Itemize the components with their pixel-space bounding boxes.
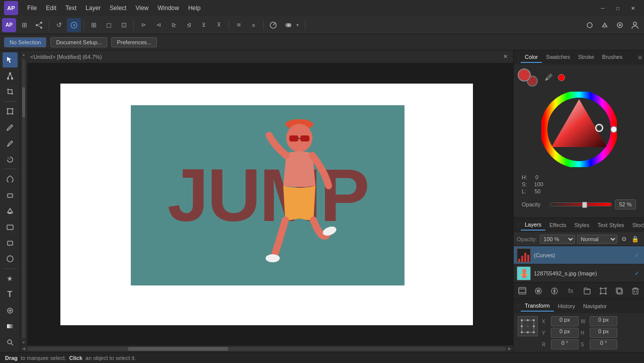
s-value[interactable]: 100 — [534, 181, 543, 187]
tab-text-styles[interactable]: Text Styles — [593, 220, 628, 230]
maximize-button[interactable]: □ — [611, 3, 625, 13]
menu-help[interactable]: Help — [184, 3, 205, 14]
tab-history[interactable]: History — [554, 301, 579, 311]
account-button[interactable] — [628, 18, 642, 32]
align-bottom-button[interactable]: ⊴ — [182, 18, 196, 32]
duplicate-layer-btn[interactable] — [614, 285, 625, 297]
w-input[interactable]: 0 px — [590, 316, 617, 326]
snap-button[interactable]: ⊡ — [117, 18, 131, 32]
hscroll-track[interactable] — [27, 347, 506, 351]
menu-text[interactable]: Text — [61, 3, 80, 14]
app-switcher-button[interactable]: AP — [2, 18, 16, 32]
s-input[interactable]: 0 ° — [590, 339, 617, 349]
align-left-button[interactable]: ⊳ — [136, 18, 150, 32]
shape-tool[interactable] — [3, 236, 18, 251]
color-wheel-container[interactable] — [518, 90, 640, 171]
color-indicator[interactable] — [558, 74, 565, 81]
opacity-slider[interactable] — [550, 202, 612, 206]
tab-close-btn[interactable]: ✕ — [501, 53, 509, 61]
fill-tool[interactable] — [3, 203, 18, 219]
publish-button[interactable] — [598, 18, 612, 32]
tab-stock[interactable]: Stock — [628, 220, 644, 230]
tab-styles[interactable]: Styles — [570, 220, 593, 230]
close-button[interactable]: ✕ — [626, 3, 640, 13]
x-input[interactable]: 0 px — [551, 316, 579, 326]
add-group-btn[interactable] — [582, 285, 593, 297]
menu-select[interactable]: Select — [106, 3, 130, 14]
color-picker-tool[interactable] — [266, 18, 280, 32]
distribute-v-button[interactable]: ≡ — [247, 18, 261, 32]
r-input[interactable]: 0 ° — [551, 339, 579, 349]
align-top-button[interactable]: ⊵ — [167, 18, 181, 32]
photo-button[interactable] — [613, 18, 627, 32]
align-v-center-button[interactable]: ⊼ — [212, 18, 226, 32]
foreground-color-swatch[interactable] — [518, 68, 531, 82]
minimize-button[interactable]: ─ — [596, 3, 610, 13]
pencil-tool[interactable] — [3, 136, 18, 151]
preferences-btn[interactable]: Preferences... — [111, 37, 156, 47]
blend-dropdown[interactable]: ▾ — [296, 22, 302, 28]
type-tool[interactable]: T — [3, 287, 18, 302]
gradient-tool[interactable] — [3, 319, 18, 334]
tab-color[interactable]: Color — [521, 52, 542, 63]
undo-button[interactable]: ↺ — [52, 18, 66, 32]
pen-tool[interactable] — [3, 152, 18, 167]
layer-lock-icon[interactable]: 🔒 — [630, 235, 639, 244]
heal-tool[interactable] — [3, 303, 18, 318]
tab-stroke[interactable]: Stroke — [574, 52, 598, 63]
move-tool[interactable] — [3, 52, 18, 67]
tab-navigator[interactable]: Navigator — [579, 301, 611, 311]
redo-button[interactable] — [67, 18, 81, 32]
eyedropper-tool[interactable]: 🖉 — [545, 73, 553, 82]
no-selection-btn[interactable]: No Selection — [4, 37, 46, 47]
h-value[interactable]: 0 — [535, 174, 538, 180]
panel-collapse-handle[interactable]: ⋮ — [516, 50, 520, 64]
menu-layer[interactable]: Layer — [82, 3, 105, 14]
distribute-h-button[interactable]: ≋ — [231, 18, 246, 32]
star-tool[interactable]: ★ — [3, 271, 18, 286]
align-right-button[interactable]: ⊲ — [151, 18, 166, 32]
layer-visibility-curves[interactable]: ✓ — [633, 251, 641, 259]
add-fx-btn[interactable]: fx — [565, 285, 576, 297]
hue-ring[interactable] — [541, 92, 617, 167]
hscroll-thumb[interactable] — [128, 347, 228, 351]
menu-edit[interactable]: Edit — [42, 3, 60, 14]
l-value[interactable]: 50 — [534, 188, 540, 194]
zoom-tool[interactable] — [3, 335, 18, 350]
viewport-tool[interactable] — [3, 220, 18, 235]
add-mask-btn[interactable] — [533, 285, 544, 297]
crop-tool[interactable] — [3, 85, 18, 100]
hscroll-bar[interactable]: ◀ ▶ — [20, 345, 513, 352]
paint-tool[interactable] — [3, 171, 18, 186]
tab-transform[interactable]: Transform — [521, 301, 554, 312]
vector-tool[interactable] — [3, 251, 18, 266]
tab-swatches[interactable]: Swatches — [542, 52, 574, 63]
y-input[interactable]: 0 px — [551, 328, 579, 338]
color-panel-menu-btn[interactable]: ≡ — [638, 53, 642, 61]
document-setup-btn[interactable]: Document Setup... — [50, 37, 107, 47]
marquee-button[interactable]: ◻ — [102, 18, 116, 32]
share-button[interactable] — [32, 18, 46, 32]
layer-item-image[interactable]: 128755492_s.jpg (Image) ✓ — [514, 264, 644, 282]
menu-view[interactable]: View — [131, 3, 152, 14]
add-adjustment-btn[interactable] — [549, 285, 560, 297]
opacity-value-input[interactable]: 52 % — [615, 199, 636, 209]
canvas-scroll-area[interactable]: JUMP — [20, 63, 513, 345]
transform-tool[interactable] — [3, 104, 18, 119]
delete-layer-btn[interactable] — [630, 285, 641, 297]
opacity-thumb[interactable] — [582, 202, 587, 208]
menu-file[interactable]: File — [23, 3, 41, 14]
view-options-button[interactable] — [583, 18, 597, 32]
layer-item-curves[interactable]: (Curves) ✓ — [514, 246, 644, 264]
node-tool[interactable] — [3, 68, 18, 84]
eraser-tool[interactable] — [3, 187, 18, 202]
transform-panel-handle[interactable]: ⋮ — [516, 304, 520, 309]
pixel-view-button[interactable]: ⊞ — [87, 18, 101, 32]
add-layer-btn[interactable] — [517, 285, 528, 297]
vscroll-bar[interactable]: ▲ ▼ — [20, 50, 27, 345]
tab-effects[interactable]: Effects — [545, 220, 570, 230]
layer-settings-icon[interactable]: ⚙ — [619, 235, 628, 244]
grid-view-button[interactable]: ⊞ — [17, 18, 31, 32]
opacity-select[interactable]: 100 % — [540, 235, 575, 244]
tab-brushes[interactable]: Brushes — [598, 52, 626, 63]
